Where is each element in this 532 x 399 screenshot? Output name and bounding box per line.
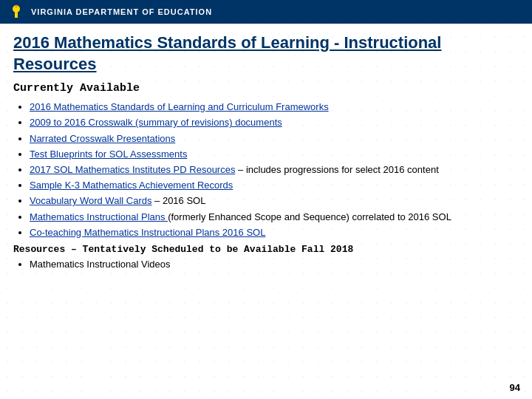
header-title: Virginia Department of Education: [31, 7, 212, 16]
word-wall-suffix: – 2016 SOL: [151, 195, 205, 206]
list-item: Mathematics Instructional Videos: [30, 258, 519, 271]
link-word-wall[interactable]: Vocabulary Word Wall Cards: [30, 195, 151, 206]
resources-list: Mathematics Instructional Videos: [30, 258, 519, 271]
link-coteaching-plans[interactable]: Co-teaching Mathematics Instructional Pl…: [30, 227, 265, 238]
pd-resources-suffix: – includes progressions for select 2016 …: [235, 164, 438, 175]
list-item: 2009 to 2016 Crosswalk (summary of revis…: [30, 116, 519, 129]
link-instructional-plans[interactable]: Mathematics Instructional Plans: [30, 211, 168, 222]
list-item: Narrated Crosswalk Presentations: [30, 132, 519, 146]
link-narrated-crosswalk[interactable]: Narrated Crosswalk Presentations: [30, 133, 175, 144]
resources-heading: Resources – Tentatively Scheduled to be …: [13, 244, 519, 255]
link-test-blueprints[interactable]: Test Blueprints for SOL Assessments: [30, 149, 187, 160]
currently-available-list: 2016 Mathematics Standards of Learning a…: [30, 100, 519, 239]
link-sol-curriculum[interactable]: 2016 Mathematics Standards of Learning a…: [30, 101, 329, 112]
instructional-videos-label: Mathematics Instructional Videos: [30, 259, 171, 270]
link-achievement-records[interactable]: Sample K-3 Mathematics Achievement Recor…: [30, 180, 233, 191]
list-item: Co-teaching Mathematics Instructional Pl…: [30, 226, 519, 239]
link-crosswalk-docs[interactable]: 2009 to 2016 Crosswalk (summary of revis…: [30, 117, 282, 128]
link-pd-resources[interactable]: 2017 SOL Mathematics Institutes PD Resou…: [30, 164, 235, 175]
list-item: 2016 Mathematics Standards of Learning a…: [30, 100, 519, 114]
list-item: Vocabulary Word Wall Cards – 2016 SOL: [30, 194, 519, 208]
currently-available-heading: Currently Available: [13, 82, 519, 95]
list-item: Mathematics Instructional Plans (formerl…: [30, 211, 519, 224]
svg-rect-1: [15, 12, 18, 18]
list-item: Sample K-3 Mathematics Achievement Recor…: [30, 179, 519, 192]
header-bar: Virginia Department of Education: [0, 0, 532, 24]
instructional-plans-suffix: (formerly Enhanced Scope and Sequence) c…: [168, 211, 451, 222]
list-item: Test Blueprints for SOL Assessments: [30, 148, 519, 161]
list-item: 2017 SOL Mathematics Institutes PD Resou…: [30, 163, 519, 177]
vdoe-logo-icon: [7, 3, 25, 21]
page-title: 2016 Mathematics Standards of Learning -…: [13, 33, 519, 75]
main-content: 2016 Mathematics Standards of Learning -…: [0, 24, 532, 282]
page-number: 94: [510, 382, 520, 393]
